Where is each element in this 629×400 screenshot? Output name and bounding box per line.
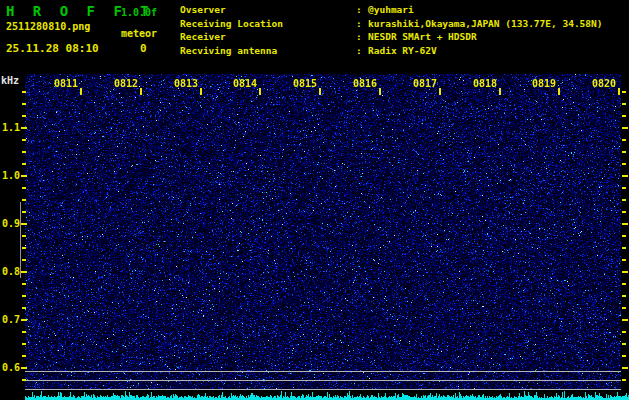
time-label: 0815 — [290, 78, 320, 89]
freq-minor-tick-right — [622, 163, 626, 165]
info-row: Receiving Location:kurashiki,Okayama,JAP… — [180, 17, 603, 31]
reference-line — [25, 371, 621, 372]
scale-marker-line — [20, 202, 21, 278]
signal-level-strip — [25, 390, 629, 400]
time-label: 0811 — [51, 78, 81, 89]
freq-minor-tick-left — [22, 307, 26, 309]
freq-minor-tick-right — [622, 379, 626, 381]
freq-minor-tick-left — [22, 379, 26, 381]
minute-tick — [379, 88, 381, 95]
time-label: 0819 — [529, 78, 559, 89]
time-label: 0817 — [410, 78, 440, 89]
info-separator: : — [356, 44, 368, 58]
minute-tick — [80, 88, 82, 95]
output-filename: 2511280810.png — [6, 21, 90, 32]
time-label: 0813 — [171, 78, 201, 89]
info-label: Recviving antenna — [180, 44, 356, 58]
freq-major-tick-right — [622, 175, 628, 177]
freq-label: 1.1 — [0, 122, 20, 133]
freq-minor-tick-right — [622, 283, 626, 285]
freq-major-tick-left — [21, 367, 27, 369]
freq-minor-tick-right — [622, 259, 626, 261]
freq-minor-tick-left — [22, 115, 26, 117]
freq-minor-tick-left — [22, 235, 26, 237]
observer-info: Ovserver:@yuhmari Receiving Location:kur… — [180, 3, 603, 57]
freq-minor-tick-left — [22, 139, 26, 141]
freq-major-tick-right — [622, 319, 628, 321]
info-value: Radix RY-62V — [368, 45, 437, 56]
freq-minor-tick-left — [22, 151, 26, 153]
freq-minor-tick-left — [22, 163, 26, 165]
info-label: Ovserver — [180, 3, 356, 17]
info-value: kurashiki,Okayama,JAPAN (133.77E, 34.58N… — [368, 18, 603, 29]
freq-minor-tick-right — [622, 187, 626, 189]
freq-minor-tick-left — [22, 355, 26, 357]
freq-minor-tick-left — [22, 91, 26, 93]
freq-minor-tick-right — [622, 151, 626, 153]
freq-major-tick-left — [21, 175, 27, 177]
freq-minor-tick-right — [622, 199, 626, 201]
freq-major-tick-right — [622, 223, 628, 225]
freq-minor-tick-left — [22, 331, 26, 333]
meteor-count-label: meteor — [121, 28, 157, 39]
freq-minor-tick-right — [622, 235, 626, 237]
freq-minor-tick-left — [22, 259, 26, 261]
info-row: Recviving antenna:Radix RY-62V — [180, 44, 603, 58]
freq-minor-tick-left — [22, 283, 26, 285]
freq-minor-tick-left — [22, 199, 26, 201]
minute-tick — [140, 88, 142, 95]
minute-tick — [439, 88, 441, 95]
freq-major-tick-left — [21, 223, 27, 225]
info-value: NESDR SMArt + HDSDR — [368, 31, 477, 42]
freq-major-tick-left — [21, 271, 27, 273]
freq-minor-tick-right — [622, 343, 626, 345]
app-version: 1.0.0f — [121, 7, 157, 18]
minute-tick — [259, 88, 261, 95]
info-row: Receiver:NESDR SMArt + HDSDR — [180, 30, 603, 44]
info-row: Ovserver:@yuhmari — [180, 3, 603, 17]
freq-minor-tick-right — [622, 331, 626, 333]
info-label: Receiving Location — [180, 17, 356, 31]
minute-tick — [200, 88, 202, 95]
freq-major-tick-right — [622, 127, 628, 129]
freq-minor-tick-right — [622, 307, 626, 309]
freq-major-tick-right — [622, 271, 628, 273]
time-label: 0818 — [470, 78, 500, 89]
freq-minor-tick-right — [622, 91, 626, 93]
freq-minor-tick-right — [622, 211, 626, 213]
timestamp: 25.11.28 08:10 — [6, 42, 99, 55]
freq-minor-tick-left — [22, 211, 26, 213]
hrofft-screen: H R O F F T 1.0.0f 2511280810.png meteor… — [0, 0, 629, 400]
freq-minor-tick-left — [22, 187, 26, 189]
freq-major-tick-left — [21, 319, 27, 321]
freq-label: 0.9 — [0, 218, 20, 229]
reference-line — [25, 380, 621, 381]
time-label: 0816 — [350, 78, 380, 89]
freq-label: 0.8 — [0, 266, 20, 277]
info-label: Receiver — [180, 30, 356, 44]
freq-minor-tick-right — [622, 355, 626, 357]
meteor-count-value: 0 — [140, 42, 147, 55]
freq-minor-tick-right — [622, 247, 626, 249]
time-label: 0812 — [111, 78, 141, 89]
freq-label: 1.0 — [0, 170, 20, 181]
minute-tick — [319, 88, 321, 95]
freq-unit-label: kHz — [1, 75, 19, 86]
freq-major-tick-left — [21, 127, 27, 129]
freq-minor-tick-right — [622, 115, 626, 117]
freq-minor-tick-left — [22, 247, 26, 249]
minute-tick — [558, 88, 560, 95]
info-value: @yuhmari — [368, 4, 414, 15]
freq-minor-tick-left — [22, 343, 26, 345]
minute-tick — [618, 88, 620, 95]
reference-line — [25, 389, 621, 390]
freq-minor-tick-left — [22, 295, 26, 297]
freq-minor-tick-left — [22, 103, 26, 105]
info-separator: : — [356, 30, 368, 44]
freq-label: 0.6 — [0, 362, 20, 373]
freq-minor-tick-right — [622, 139, 626, 141]
info-separator: : — [356, 3, 368, 17]
time-label: 0814 — [230, 78, 260, 89]
info-separator: : — [356, 17, 368, 31]
spectrogram-canvas — [25, 74, 621, 390]
